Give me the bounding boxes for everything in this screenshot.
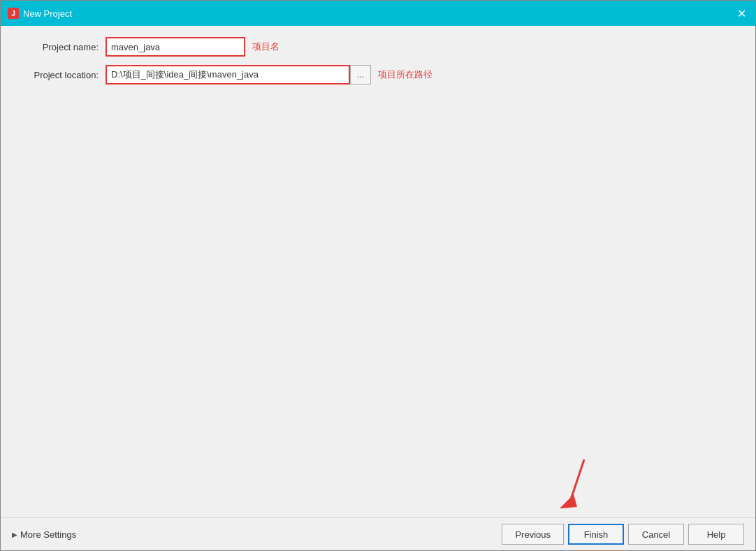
project-name-hint: 项目名 [252,41,279,53]
bottom-buttons: Previous Finish Cancel Help [502,524,744,545]
svg-marker-1 [560,494,577,508]
arrow-annotation [553,453,595,508]
more-settings-label: More Settings [20,529,76,540]
dialog-content: Project name: 项目名 Project location: ... … [1,26,755,517]
location-input-group: ... [106,65,371,85]
project-location-row: Project location: ... 项目所在路径 [15,65,741,85]
finish-button[interactable]: Finish [568,524,624,545]
project-location-label: Project location: [15,70,99,80]
close-button[interactable]: ✕ [733,5,750,22]
content-spacer [15,93,741,506]
project-location-input[interactable] [106,65,350,85]
project-location-input-wrapper: ... 项目所在路径 [106,65,741,85]
dialog-title: New Project [23,8,72,19]
more-settings[interactable]: ▶ More Settings [12,529,76,540]
project-name-input[interactable] [106,37,245,57]
help-button[interactable]: Help [688,524,744,545]
project-name-row: Project name: 项目名 [15,37,741,57]
cancel-button[interactable]: Cancel [628,524,684,545]
project-location-hint: 项目所在路径 [378,68,432,81]
title-bar: J New Project ✕ [1,1,755,26]
svg-line-0 [570,460,584,501]
more-settings-chevron-icon: ▶ [12,531,17,538]
new-project-dialog: J New Project ✕ Project name: 项目名 Projec… [0,0,756,551]
project-name-input-wrapper: 项目名 [106,37,741,57]
previous-button[interactable]: Previous [502,524,564,545]
title-bar-left: J New Project [8,8,72,19]
app-icon: J [8,8,19,19]
bottom-bar: ▶ More Settings Previous Finish Cancel H… [1,517,755,550]
project-name-label: Project name: [15,42,99,52]
browse-button[interactable]: ... [350,65,371,85]
